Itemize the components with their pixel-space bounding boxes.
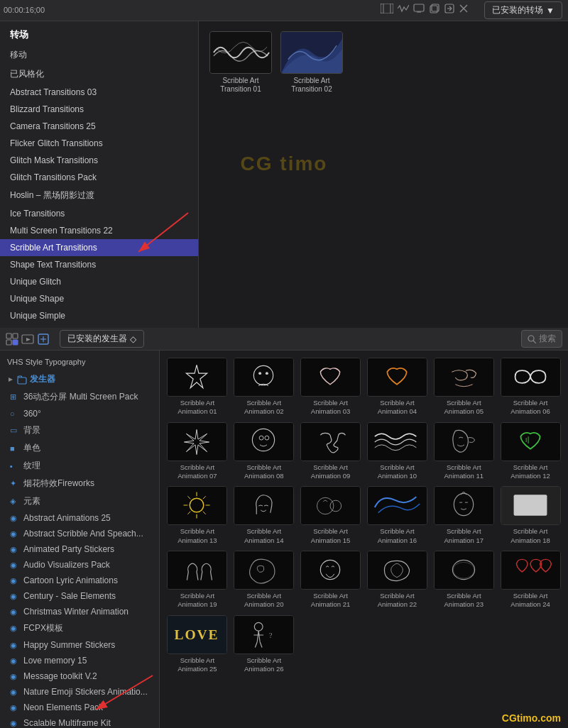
film-icon: [381, 4, 393, 13]
gen-preview-09: [300, 422, 361, 461]
gen-item-20[interactable]: Scribble ArtAnimation 20: [234, 551, 295, 610]
sidebar-hoslin[interactable]: Hoslin – 黑场阴影过渡: [0, 186, 198, 205]
gen-item-15[interactable]: Scribble ArtAnimation 15: [300, 486, 361, 545]
sidebar-abstract-animations[interactable]: ◉ Abstract Animations 25: [0, 510, 159, 526]
gen-item-16[interactable]: Scribble ArtAnimation 16: [367, 486, 428, 545]
gen-preview-03-svg: [301, 358, 360, 397]
sidebar-century[interactable]: ◉ Century - Sale Elements: [0, 588, 159, 604]
sidebar-unique-simple[interactable]: Unique Simple: [0, 307, 198, 324]
gen-label-14: Scribble ArtAnimation 14: [244, 527, 283, 545]
gen-item-02[interactable]: Scribble ArtAnimation 02: [234, 358, 295, 417]
gen-item-01[interactable]: Scribble ArtAnimation 01: [167, 358, 228, 417]
copy-icon: [429, 4, 440, 13]
gen-item-06[interactable]: Scribble ArtAnimation 06: [500, 358, 561, 417]
transition-item-01[interactable]: Scribble ArtTransition 01: [209, 31, 273, 94]
gen-item-08[interactable]: Scribble ArtAnimation 08: [234, 422, 295, 481]
installed-transitions-dropdown[interactable]: 已安装的转场 ▼: [484, 1, 562, 19]
gen-preview-18-svg: [501, 486, 560, 525]
generator-icon[interactable]: [37, 333, 50, 346]
gen-preview-12: [501, 422, 561, 461]
sidebar-animated-party[interactable]: ◉ Animated Party Stickers: [0, 541, 159, 557]
gen-label-22: Scribble ArtAnimation 22: [378, 592, 417, 610]
scribble-preview-02-svg: [281, 31, 342, 74]
svg-rect-43: [368, 422, 427, 460]
sidebar-fcpx[interactable]: ◉ FCPX模板: [0, 619, 159, 637]
sidebar-christmas[interactable]: ◉ Christmas Winter Animation: [0, 604, 159, 619]
gen-item-25[interactable]: LOVE Scribble ArtAnimation 25: [167, 615, 228, 674]
gen-item-24[interactable]: Scribble ArtAnimation 24: [500, 551, 561, 610]
gen-item-03[interactable]: Scribble ArtAnimation 03: [300, 358, 361, 417]
sidebar-solid[interactable]: ■ 单色: [0, 439, 159, 457]
gen-item-11[interactable]: Scribble ArtAnimation 11: [433, 422, 494, 481]
gen-preview-08-svg: [234, 422, 293, 461]
gen-item-23[interactable]: Scribble ArtAnimation 23: [433, 551, 494, 610]
transition-item-02[interactable]: Scribble ArtTransition 02: [280, 31, 344, 94]
transitions-content: CG timo Scribble ArtTransition 01: [199, 21, 568, 328]
sidebar-unique-glitch[interactable]: Unique Glitch: [0, 273, 198, 290]
gen-item-05[interactable]: Scribble ArtAnimation 05: [433, 358, 494, 417]
close-icon[interactable]: [459, 4, 469, 13]
sidebar-glitch-mask[interactable]: Glitch Mask Transitions: [0, 152, 198, 169]
time-display: 00:00:16;00: [4, 6, 45, 14]
sidebar-audio-visualizers[interactable]: ◉ Audio Visualizers Pack: [0, 557, 159, 573]
installed-generators-dropdown[interactable]: 已安装的发生器 ◇: [60, 330, 144, 348]
svg-rect-30: [168, 358, 226, 397]
gen-preview-17: [434, 486, 494, 525]
sidebar-ice[interactable]: Ice Transitions: [0, 205, 198, 222]
gen-preview-20-svg: [234, 551, 293, 590]
item-icon-message: ◉: [10, 672, 20, 681]
sidebar-abstract-scribble[interactable]: ◉ Abstract Scribble And Speach...: [0, 526, 159, 541]
gen-item-22[interactable]: Scribble ArtAnimation 22: [367, 551, 428, 610]
svg-point-33: [258, 372, 261, 375]
sidebar-shape-text[interactable]: Shape Text Transitions: [0, 256, 198, 273]
sidebar-styled-item[interactable]: 已风格化: [0, 65, 198, 84]
svg-rect-44: [435, 422, 493, 460]
sidebar-multi-screen-pack[interactable]: ⊞ 36动态分屏 Multi Screen Pack: [0, 388, 159, 406]
sidebar-texture[interactable]: ▪ 纹理: [0, 457, 159, 475]
sidebar-cartoon-lyric[interactable]: ◉ Cartoon Lyric Animations: [0, 573, 159, 588]
sidebar-scribble-art[interactable]: Scribble Art Transitions: [0, 239, 198, 256]
gen-item-04[interactable]: Scribble ArtAnimation 04: [367, 358, 428, 417]
sidebar-fireworks[interactable]: ✦ 烟花特效Fireworks: [0, 475, 159, 492]
sidebar-360[interactable]: ○ 360°: [0, 406, 159, 421]
gen-item-26[interactable]: ? Scribble ArtAnimation 26: [234, 615, 295, 674]
sidebar-glitch-pack[interactable]: Glitch Transitions Pack: [0, 169, 198, 186]
sidebar-multi-screen[interactable]: Multi Screen Transitions 22: [0, 222, 198, 239]
transitions-sidebar: 转场 移动 已风格化 Abstract Transitions 03 Blizz…: [0, 21, 199, 328]
sidebar-love-memory[interactable]: ◉ Love memory 15: [0, 653, 159, 668]
sidebar-background[interactable]: ▭ 背景: [0, 421, 159, 439]
gen-item-18[interactable]: Scribble ArtAnimation 18: [500, 486, 561, 545]
gen-item-07[interactable]: Scribble ArtAnimation 07: [167, 422, 228, 481]
sidebar-flicker[interactable]: Flicker Glitch Transitions: [0, 135, 198, 152]
gen-item-19[interactable]: Scribble ArtAnimation 19: [167, 551, 228, 610]
item-icon-abstract: ◉: [10, 514, 20, 523]
gen-item-12[interactable]: Scribble ArtAnimation 12: [500, 422, 561, 481]
generators-tree-root[interactable]: 发生器: [0, 370, 159, 388]
gen-item-21[interactable]: Scribble ArtAnimation 21: [300, 551, 361, 610]
gen-item-10[interactable]: Scribble ArtAnimation 10: [367, 422, 428, 481]
sidebar-abstract-transitions[interactable]: Abstract Transitions 03: [0, 84, 198, 101]
sidebar-elements[interactable]: ◈ 元素: [0, 492, 159, 510]
gen-item-17[interactable]: Scribble ArtAnimation 17: [433, 486, 494, 545]
sidebar-camera[interactable]: Camera Transitions 25: [0, 118, 198, 135]
sidebar-nature-emoji[interactable]: ◉ Nature Emoji Stickers Animatio...: [0, 684, 159, 700]
search-icon: [528, 335, 536, 343]
gen-preview-02-svg: [234, 358, 293, 397]
sidebar-blizzard[interactable]: Blizzard Transitions: [0, 101, 198, 118]
gen-label-12: Scribble ArtAnimation 12: [510, 463, 550, 481]
gen-label-24: Scribble ArtAnimation 24: [510, 592, 550, 610]
sidebar-happy-summer[interactable]: ◉ Happy Summer Stickers: [0, 637, 159, 653]
gen-item-14[interactable]: Scribble ArtAnimation 14: [234, 486, 295, 545]
sidebar-move-item[interactable]: 移动: [0, 45, 198, 65]
gen-item-13[interactable]: Scribble ArtAnimation 13: [167, 486, 228, 545]
generators-content: Scribble ArtAnimation 01 Scribble ArtAni…: [160, 351, 568, 728]
gen-item-09[interactable]: Scribble ArtAnimation 09: [300, 422, 361, 481]
sidebar-neon-elements[interactable]: ◉ Neon Elements Pack: [0, 700, 159, 715]
search-box[interactable]: 搜索: [521, 330, 562, 348]
sidebar-unique-shape[interactable]: Unique Shape: [0, 290, 198, 307]
gen-label-20: Scribble ArtAnimation 20: [244, 592, 283, 610]
sidebar-scalable-multiframe[interactable]: ◉ Scalable Multiframe Kit: [0, 715, 159, 728]
gen-preview-23-svg: [435, 551, 493, 590]
sidebar-message-toolkit[interactable]: ◉ Message toolkit V.2: [0, 668, 159, 684]
item-icon-audio: ◉: [10, 561, 20, 570]
